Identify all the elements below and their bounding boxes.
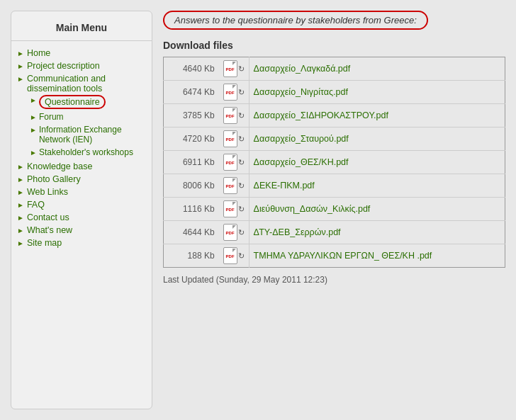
sidebar: Main Menu ►Home ►Project description ►Co… <box>11 11 152 409</box>
sidebar-item-forum[interactable]: ►Forum <box>30 110 146 123</box>
sidebar-item-home[interactable]: ►Home <box>17 47 146 59</box>
file-icon-cell[interactable]: PDF ↻ <box>219 57 249 81</box>
main-content: Answers to the questionnaire by stakehol… <box>159 0 516 420</box>
table-row: 4644 Kb PDF ↻ ΔΤΥ-ΔΕΒ_Σερρών.pdf <box>164 221 505 244</box>
arrow-icon: ► <box>17 188 24 196</box>
arrow-icon: ► <box>17 201 24 209</box>
arrow-icon: ► <box>17 75 24 83</box>
sidebar-item-knowledge[interactable]: ►Knowledge base <box>17 160 146 173</box>
sidebar-item-sitemap[interactable]: ►Site map <box>17 237 146 249</box>
file-size: 6911 Kb <box>164 151 219 174</box>
table-row: 6474 Kb PDF ↻ Δασαρχείο_Νιγρίτας.pdf <box>164 81 505 104</box>
file-name[interactable]: Δασαρχείο_ΣΙΔΗΡΟΚΑΣΤΡΟΥ.pdf <box>249 104 505 127</box>
sidebar-item-workshops[interactable]: ►Stakeholder's workshops <box>30 146 146 159</box>
arrow-icon: ► <box>17 239 24 247</box>
table-row: 8006 Kb PDF ↻ ΔΕΚΕ-ΠΚΜ.pdf <box>164 174 505 198</box>
download-section-title: Download files <box>163 40 505 51</box>
pdf-icon: PDF ↻ <box>223 224 245 241</box>
file-name[interactable]: Δασαρχείο_Λαγκαδά.pdf <box>249 57 505 81</box>
sidebar-menu: ►Home ►Project description ►Communicatio… <box>11 47 152 249</box>
sub-menu-communication: ►Questionnaire ►Forum ►Information Excha… <box>17 93 146 159</box>
last-updated: Last Updated (Sunday, 29 May 2011 12:23) <box>163 275 505 285</box>
sidebar-item-whatsnew[interactable]: ►What's new <box>17 224 146 237</box>
file-icon-cell[interactable]: PDF ↻ <box>219 198 249 221</box>
file-size: 3785 Kb <box>164 104 219 127</box>
arrow-icon: ► <box>17 62 24 70</box>
pdf-icon: PDF ↻ <box>223 247 245 264</box>
file-icon-cell[interactable]: PDF ↻ <box>219 151 249 174</box>
pdf-icon: PDF ↻ <box>223 177 245 194</box>
sidebar-item-communication[interactable]: ►Communication and dissemination tools ►… <box>17 72 146 160</box>
file-icon-cell[interactable]: PDF ↻ <box>219 244 249 268</box>
file-name[interactable]: Δασαρχείο_ΘΕΣ/ΚΗ.pdf <box>249 151 505 174</box>
arrow-icon: ► <box>30 96 37 104</box>
file-icon-cell[interactable]: PDF ↻ <box>219 127 249 151</box>
file-size: 4720 Kb <box>164 127 219 151</box>
file-size: 8006 Kb <box>164 174 219 198</box>
pdf-icon: PDF ↻ <box>223 130 245 147</box>
files-table: 4640 Kb PDF ↻ Δασαρχείο_Λαγκαδά.pdf 6474… <box>163 57 505 268</box>
sidebar-item-weblinks[interactable]: ►Web Links <box>17 186 146 198</box>
file-size: 6474 Kb <box>164 81 219 104</box>
arrow-icon: ► <box>30 126 37 134</box>
sidebar-item-contact[interactable]: ►Contact us <box>17 211 146 224</box>
arrow-icon: ► <box>17 214 24 222</box>
file-size: 4640 Kb <box>164 57 219 81</box>
file-name[interactable]: Διεύθυνση_Δασών_Κιλκίς.pdf <box>249 198 505 221</box>
file-name[interactable]: Δασαρχείο_Σταυρού.pdf <box>249 127 505 151</box>
table-row: 188 Kb PDF ↻ ΤΜΗΜΑ ΥΔΡΑΥΛΙΚΩΝ ΕΡΓΩΝ_ ΘΕΣ… <box>164 244 505 268</box>
file-name[interactable]: ΔΕΚΕ-ΠΚΜ.pdf <box>249 174 505 198</box>
table-row: 6911 Kb PDF ↻ Δασαρχείο_ΘΕΣ/ΚΗ.pdf <box>164 151 505 174</box>
arrow-icon: ► <box>30 149 37 157</box>
pdf-icon: PDF ↻ <box>223 200 245 217</box>
sidebar-title: Main Menu <box>11 18 152 41</box>
file-name[interactable]: ΤΜΗΜΑ ΥΔΡΑΥΛΙΚΩΝ ΕΡΓΩΝ_ ΘΕΣ/ΚΗ .pdf <box>249 244 505 268</box>
arrow-icon: ► <box>17 163 24 171</box>
arrow-icon: ► <box>17 227 24 234</box>
sidebar-item-questionnaire[interactable]: ►Questionnaire <box>30 93 146 110</box>
pdf-icon: PDF ↻ <box>223 84 245 101</box>
file-size: 188 Kb <box>164 244 219 268</box>
file-name[interactable]: ΔΤΥ-ΔΕΒ_Σερρών.pdf <box>249 221 505 244</box>
file-size: 1116 Kb <box>164 198 219 221</box>
pdf-icon: PDF ↻ <box>223 60 245 77</box>
table-row: 3785 Kb PDF ↻ Δασαρχείο_ΣΙΔΗΡΟΚΑΣΤΡΟΥ.pd… <box>164 104 505 127</box>
sidebar-item-ien[interactable]: ►Information Exchange Network (IEN) <box>30 123 146 146</box>
pdf-icon: PDF ↻ <box>223 154 245 171</box>
table-row: 4720 Kb PDF ↻ Δασαρχείο_Σταυρού.pdf <box>164 127 505 151</box>
table-row: 4640 Kb PDF ↻ Δασαρχείο_Λαγκαδά.pdf <box>164 57 505 81</box>
sidebar-item-gallery[interactable]: ►Photo Gallery <box>17 173 146 186</box>
arrow-icon: ► <box>30 113 37 121</box>
table-row: 1116 Kb PDF ↻ Διεύθυνση_Δασών_Κιλκίς.pdf <box>164 198 505 221</box>
file-name[interactable]: Δασαρχείο_Νιγρίτας.pdf <box>249 81 505 104</box>
arrow-icon: ► <box>17 50 24 57</box>
sidebar-item-faq[interactable]: ►FAQ <box>17 198 146 211</box>
file-icon-cell[interactable]: PDF ↻ <box>219 104 249 127</box>
file-icon-cell[interactable]: PDF ↻ <box>219 81 249 104</box>
page-header: Answers to the questionnaire by stakehol… <box>163 11 428 30</box>
file-size: 4644 Kb <box>164 221 219 244</box>
file-icon-cell[interactable]: PDF ↻ <box>219 221 249 244</box>
arrow-icon: ► <box>17 176 24 183</box>
file-icon-cell[interactable]: PDF ↻ <box>219 174 249 198</box>
sidebar-item-project[interactable]: ►Project description <box>17 59 146 72</box>
pdf-icon: PDF ↻ <box>223 107 245 124</box>
